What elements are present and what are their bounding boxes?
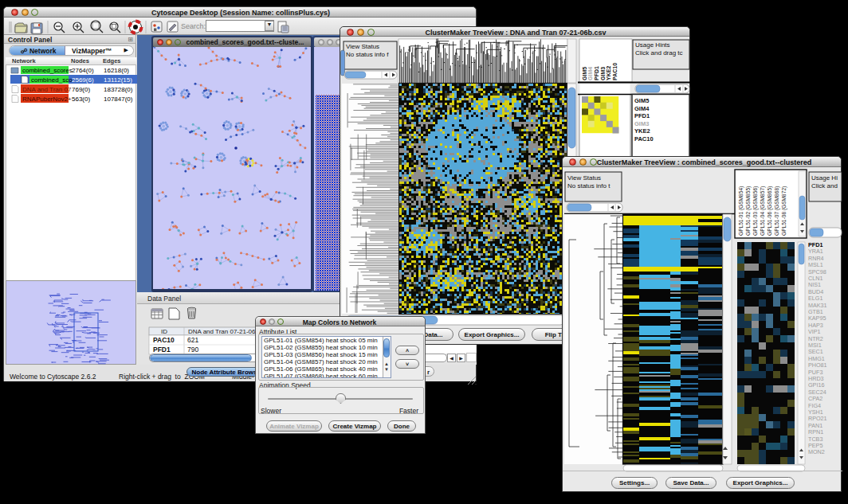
- svg-text:No status info t: No status info t: [567, 182, 610, 189]
- svg-text:YKE2: YKE2: [606, 66, 611, 80]
- svg-text:GPL51-02 (GSM855): GPL51-02 (GSM855): [745, 186, 752, 236]
- svg-text:GPL51-07 (GSM868): GPL51-07 (GSM868): [774, 186, 780, 236]
- svg-text:16218(0): 16218(0): [104, 67, 129, 74]
- svg-text:2569(6): 2569(6): [72, 76, 94, 84]
- svg-text:GIM3: GIM3: [634, 120, 649, 127]
- svg-text:GPL51-04 (GSM857): GPL51-04 (GSM857): [760, 186, 766, 236]
- svg-text:Click and drag tc: Click and drag tc: [635, 49, 683, 57]
- svg-text:YKE2: YKE2: [634, 127, 650, 135]
- svg-text:PAC10: PAC10: [153, 336, 175, 344]
- svg-text:RNAPuberNov2+: RNAPuberNov2+: [22, 96, 72, 103]
- svg-text:GPL51-08 (GSM872): GPL51-08 (GSM872): [781, 186, 787, 236]
- svg-text:PAC10: PAC10: [612, 63, 618, 80]
- svg-text:563(0): 563(0): [72, 96, 90, 103]
- svg-text:GPL51-01 (GSM854): GPL51-01 (GSM854): [738, 186, 744, 236]
- svg-text:107847(0): 107847(0): [104, 96, 133, 103]
- svg-text:GIM5: GIM5: [582, 67, 587, 80]
- svg-text:Click and: Click and: [811, 182, 838, 189]
- svg-text:DNA and Tran 07: DNA and Tran 07: [22, 86, 72, 93]
- svg-text:combined_sco: combined_sco: [31, 76, 73, 84]
- svg-text:Usage Hi: Usage Hi: [811, 174, 838, 182]
- svg-text:combined_scores: combined_scores: [22, 67, 73, 74]
- svg-text:183728(0): 183728(0): [104, 86, 133, 93]
- svg-text:PAC10: PAC10: [634, 135, 654, 143]
- svg-text:MON2: MON2: [808, 448, 825, 455]
- svg-text:Usage Hints: Usage Hints: [635, 41, 670, 49]
- svg-text:769(0): 769(0): [72, 86, 90, 93]
- svg-text:GPL51-06 (GSM865): GPL51-06 (GSM865): [767, 186, 773, 236]
- svg-text:View Status: View Status: [346, 43, 379, 50]
- svg-text:DNA and Tran 07-21-06b: DNA and Tran 07-21-06b: [188, 328, 259, 335]
- svg-text:No status info f: No status info f: [346, 51, 389, 58]
- svg-text:View Status: View Status: [567, 174, 601, 182]
- svg-text:790: 790: [187, 346, 198, 354]
- svg-text:ID: ID: [161, 328, 167, 335]
- svg-text:621: 621: [187, 336, 198, 344]
- svg-text:GIM4: GIM4: [587, 67, 593, 80]
- svg-text:GIM4: GIM4: [634, 105, 650, 112]
- svg-text:PFD1: PFD1: [634, 112, 650, 119]
- svg-text:PFD1: PFD1: [153, 346, 171, 354]
- svg-text:GIM3: GIM3: [600, 67, 606, 80]
- svg-text:GIM5: GIM5: [634, 97, 649, 104]
- svg-text:2764(0): 2764(0): [72, 67, 94, 74]
- svg-text:13112(15): 13112(15): [104, 76, 132, 84]
- svg-text:PFD1: PFD1: [594, 66, 599, 80]
- svg-text:GPL51-03 (GSM856): GPL51-03 (GSM856): [752, 186, 759, 236]
